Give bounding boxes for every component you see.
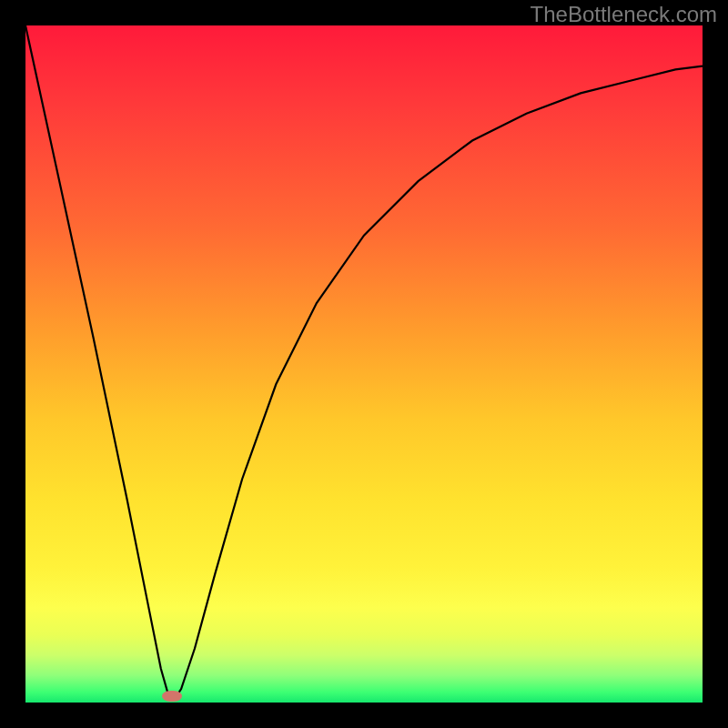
bottleneck-curve	[25, 25, 703, 703]
chart-frame: TheBottleneck.com	[0, 0, 728, 728]
watermark-text: TheBottleneck.com	[531, 2, 717, 27]
plot-area	[25, 25, 703, 703]
curve-path	[25, 25, 703, 699]
